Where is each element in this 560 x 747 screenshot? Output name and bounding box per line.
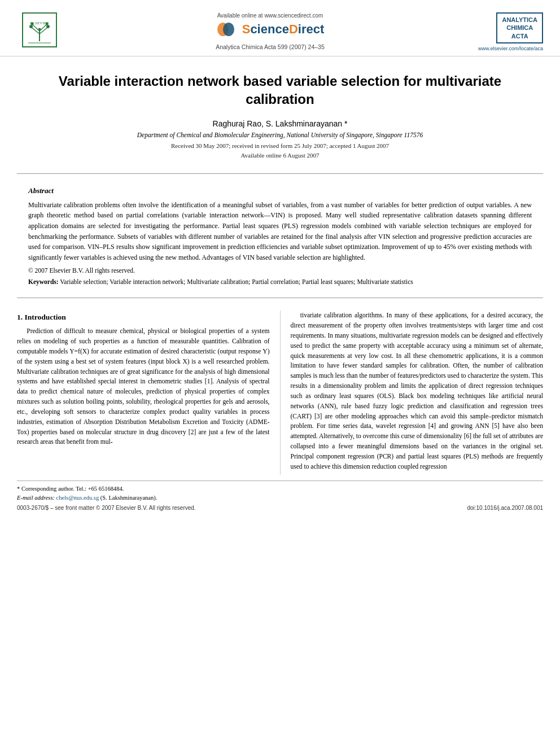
column-right: tivariate calibration algorithms. In man… xyxy=(281,311,544,475)
divider-middle xyxy=(17,298,543,298)
journal-website: www.elsevier.com/locate/aca xyxy=(478,46,543,51)
footnote: * Corresponding author. Tel.: +65 651684… xyxy=(17,480,543,503)
svg-point-14 xyxy=(223,23,234,36)
journal-citation: Analytica Chimica Acta 599 (2007) 24–35 xyxy=(216,43,325,50)
svg-line-4 xyxy=(40,27,48,34)
body-columns: 1. Introduction Prediction of difficult … xyxy=(0,305,560,475)
keywords-text: Variable selection; Variable interaction… xyxy=(60,278,413,285)
journal-box: ANALYTICA CHIMICA ACTA xyxy=(496,12,543,43)
abstract-text: Multivariate calibration problems often … xyxy=(28,200,532,263)
divider-top xyxy=(17,173,543,174)
keywords-label: Keywords: xyxy=(28,278,59,285)
elsevier-logo: ELSEVIER xyxy=(17,10,62,50)
footer-doi: doi:10.1016/j.aca.2007.08.001 xyxy=(467,505,543,511)
paper-title: Variable interaction network based varia… xyxy=(34,72,526,109)
header: ELSEVIER Available online at www.science… xyxy=(0,0,560,56)
footer-copyright: 0003-2670/$ – see front matter © 2007 El… xyxy=(17,505,196,511)
authors: Raghuraj Rao, S. Lakshminarayanan * xyxy=(34,119,526,128)
footnote-email-line: E-mail address: chels@nus.edu.sg (S. Lak… xyxy=(17,493,543,503)
footer-bottom: 0003-2670/$ – see front matter © 2007 El… xyxy=(0,503,560,513)
copyright-line: © 2007 Elsevier B.V. All rights reserved… xyxy=(28,267,532,274)
svg-point-7 xyxy=(29,25,33,28)
svg-line-3 xyxy=(31,27,40,34)
sciencedirect-logo: ScienceDirect xyxy=(216,21,325,38)
journal-box-title: ANALYTICA CHIMICA ACTA xyxy=(502,16,537,40)
svg-point-11 xyxy=(38,28,41,31)
column-left: 1. Introduction Prediction of difficult … xyxy=(17,311,281,475)
abstract-section: Abstract Multivariate calibration proble… xyxy=(0,181,560,291)
footnote-area: * Corresponding author. Tel.: +65 651684… xyxy=(0,475,560,503)
header-center: Available online at www.sciencedirect.co… xyxy=(62,10,478,50)
col-right-text: tivariate calibration algorithms. In man… xyxy=(291,311,544,471)
title-section: Variable interaction network based varia… xyxy=(0,56,560,167)
section1-title: 1. Introduction xyxy=(17,313,270,322)
footnote-star-line: * Corresponding author. Tel.: +65 651684… xyxy=(17,484,543,493)
elsevier-logo-icon: ELSEVIER xyxy=(20,10,59,50)
abstract-title: Abstract xyxy=(28,186,532,195)
dates: Received 30 May 2007; received in revise… xyxy=(34,141,526,161)
header-right: ANALYTICA CHIMICA ACTA www.elsevier.com/… xyxy=(478,10,543,51)
sd-logo-icon xyxy=(216,21,239,38)
svg-point-8 xyxy=(46,25,50,28)
keywords-line: Keywords: Variable selection; Variable i… xyxy=(28,278,532,285)
svg-point-10 xyxy=(46,23,49,25)
svg-point-9 xyxy=(31,23,34,25)
col-left-text: Prediction of difficult to measure chemi… xyxy=(17,326,270,447)
available-online-text: Available online at www.sciencedirect.co… xyxy=(217,12,323,19)
page: ELSEVIER Available online at www.science… xyxy=(0,0,560,747)
affiliation: Department of Chemical and Biomolecular … xyxy=(34,132,526,138)
footnote-email: chels@nus.edu.sg xyxy=(56,495,99,501)
sd-logo-text: ScienceDirect xyxy=(242,22,325,37)
col-left-para-1: Prediction of difficult to measure chemi… xyxy=(17,326,270,447)
col-right-para-1: tivariate calibration algorithms. In man… xyxy=(291,311,544,471)
